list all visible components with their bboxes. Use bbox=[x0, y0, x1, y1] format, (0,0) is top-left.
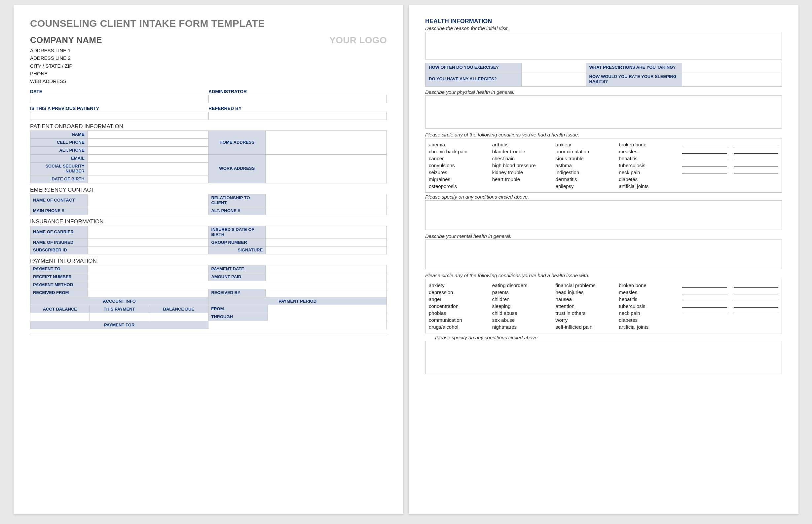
company-name: COMPANY NAME bbox=[30, 35, 102, 45]
payment-section: PAYMENT INFORMATION bbox=[30, 258, 387, 264]
reason-label: Describe the reason for the initial visi… bbox=[425, 26, 782, 31]
email-input[interactable] bbox=[87, 154, 209, 163]
payment-table: PAYMENT TO PAYMENT DATE RECEIPT NUMBER A… bbox=[30, 265, 387, 297]
home-address-input[interactable] bbox=[266, 131, 387, 154]
footer-rule bbox=[30, 334, 387, 334]
health-questions-table: HOW OFTEN DO YOU EXERCISE? WHAT PRESCIRT… bbox=[425, 63, 782, 86]
blank-line[interactable] bbox=[734, 155, 778, 160]
form-title: COUNSELING CLIENT INTAKE FORM TEMPLATE bbox=[30, 18, 387, 29]
blank-line[interactable] bbox=[682, 296, 727, 301]
blank-line[interactable] bbox=[682, 142, 727, 147]
date-input[interactable] bbox=[30, 95, 209, 103]
mental-health-input[interactable] bbox=[425, 240, 782, 269]
receipt-input[interactable] bbox=[87, 273, 209, 281]
cond-col-3: anxiety poor circulation sinus trouble a… bbox=[556, 141, 616, 190]
emergency-table: NAME OF CONTACT RELATIONSHIP TO CLIENT M… bbox=[30, 194, 387, 215]
administrator-input[interactable] bbox=[209, 95, 387, 103]
blank-line[interactable] bbox=[682, 169, 727, 174]
blank-line[interactable] bbox=[682, 155, 727, 160]
ec-alt-input[interactable] bbox=[266, 207, 387, 215]
blank-line[interactable] bbox=[682, 149, 727, 154]
signature-input[interactable] bbox=[266, 246, 387, 255]
blank-line[interactable] bbox=[734, 310, 778, 314]
blank-line[interactable] bbox=[682, 290, 727, 294]
blank-lines-1 bbox=[682, 141, 778, 190]
work-address-input[interactable] bbox=[266, 154, 387, 183]
insured-name-input[interactable] bbox=[87, 239, 209, 246]
blank-line[interactable] bbox=[734, 303, 778, 308]
conditions-mental-box: anxiety depression anger concentration p… bbox=[425, 279, 782, 333]
received-by-input[interactable] bbox=[266, 289, 387, 297]
ec-main-input[interactable] bbox=[87, 207, 209, 215]
group-number-input[interactable] bbox=[266, 239, 387, 246]
this-payment-input[interactable] bbox=[89, 313, 149, 321]
blank-line[interactable] bbox=[734, 169, 778, 174]
mental-health-label: Describe your mental health in general. bbox=[425, 233, 782, 239]
blank-line[interactable] bbox=[734, 162, 778, 167]
ec-rel-input[interactable] bbox=[266, 194, 387, 207]
carrier-input[interactable] bbox=[87, 226, 209, 239]
page-2: HEALTH INFORMATION Describe the reason f… bbox=[409, 5, 798, 514]
blank-line[interactable] bbox=[734, 142, 778, 147]
payment-method-input[interactable] bbox=[87, 281, 386, 289]
cond-col-2: arthritis bladder trouble chest pain hig… bbox=[492, 141, 552, 190]
cond-col-4: broken bone measles hepatitis tuberculos… bbox=[619, 141, 679, 190]
insured-dob-input[interactable] bbox=[266, 226, 387, 239]
date-admin-inputs bbox=[30, 95, 387, 103]
cell-phone-input[interactable] bbox=[87, 139, 209, 147]
specify2-label: Please specify on any conditions circled… bbox=[425, 335, 782, 340]
exercise-input[interactable] bbox=[521, 63, 586, 72]
physical-health-label: Describe your physical health in general… bbox=[425, 89, 782, 95]
amount-paid-input[interactable] bbox=[266, 273, 387, 281]
date-admin-row: DATE ADMINISTRATOR bbox=[30, 88, 387, 95]
balance-due-input[interactable] bbox=[149, 313, 209, 321]
blank-line[interactable] bbox=[734, 283, 778, 288]
account-info-table: ACCOUNT INFO PAYMENT PERIOD ACCT BALANCE… bbox=[30, 297, 387, 329]
insurance-section: INSURANCE INFORMATION bbox=[30, 218, 387, 225]
cond-col-2: eating disorders parents children sleepi… bbox=[492, 282, 552, 330]
payment-for-input[interactable] bbox=[209, 321, 387, 329]
previous-patient-input[interactable] bbox=[30, 112, 209, 120]
page-1: COUNSELING CLIENT INTAKE FORM TEMPLATE C… bbox=[14, 5, 403, 514]
logo-placeholder: YOUR LOGO bbox=[329, 35, 387, 46]
company-address: ADDRESS LINE 1 ADDRESS LINE 2 CITY / STA… bbox=[30, 47, 102, 85]
alt-phone-input[interactable] bbox=[87, 147, 209, 154]
cond-col-4: broken bone measles hepatitis tuberculos… bbox=[619, 282, 679, 330]
prescriptions-input[interactable] bbox=[682, 63, 782, 72]
name-input[interactable] bbox=[87, 131, 209, 139]
insurance-table: NAME OF CARRIER INSURED'S DATE OF BIRTH … bbox=[30, 226, 387, 255]
sleep-input[interactable] bbox=[682, 72, 782, 86]
cond-col-1: anxiety depression anger concentration p… bbox=[429, 282, 489, 330]
referred-by-input[interactable] bbox=[209, 112, 387, 120]
emergency-section: EMERGENCY CONTACT bbox=[30, 187, 387, 193]
allergies-input[interactable] bbox=[521, 72, 586, 86]
onboard-table: NAME HOME ADDRESS CELL PHONE ALT. PHONE … bbox=[30, 131, 387, 183]
dob-input[interactable] bbox=[87, 175, 209, 183]
subscriber-id-input[interactable] bbox=[87, 246, 209, 255]
blank-line[interactable] bbox=[734, 149, 778, 154]
blank-line[interactable] bbox=[734, 290, 778, 294]
cond-col-3: financial problems head injuries nausea … bbox=[556, 282, 616, 330]
period-from-input[interactable] bbox=[268, 305, 387, 313]
circle1-label: Please circle any of the following condi… bbox=[425, 132, 782, 137]
reason-input[interactable] bbox=[425, 32, 782, 60]
blank-line[interactable] bbox=[682, 303, 727, 308]
specify1-label: Please specify on any conditions circled… bbox=[425, 194, 782, 199]
blank-lines-2 bbox=[682, 282, 778, 330]
acct-balance-input[interactable] bbox=[30, 313, 90, 321]
ec-name-input[interactable] bbox=[87, 194, 209, 207]
blank-line[interactable] bbox=[734, 296, 778, 301]
physical-health-input[interactable] bbox=[425, 96, 782, 129]
received-from-input[interactable] bbox=[87, 289, 209, 297]
blank-line[interactable] bbox=[682, 283, 727, 288]
blank-line[interactable] bbox=[682, 162, 727, 167]
health-info-title: HEALTH INFORMATION bbox=[425, 18, 782, 25]
payment-date-input[interactable] bbox=[266, 265, 387, 273]
specify2-input[interactable] bbox=[425, 341, 782, 374]
specify1-input[interactable] bbox=[425, 200, 782, 230]
payment-to-input[interactable] bbox=[87, 265, 209, 273]
blank-line[interactable] bbox=[682, 310, 727, 314]
period-through-input[interactable] bbox=[268, 313, 387, 321]
conditions-physical-box: anemia chronic back pain cancer convulsi… bbox=[425, 138, 782, 193]
ssn-input[interactable] bbox=[87, 163, 209, 176]
